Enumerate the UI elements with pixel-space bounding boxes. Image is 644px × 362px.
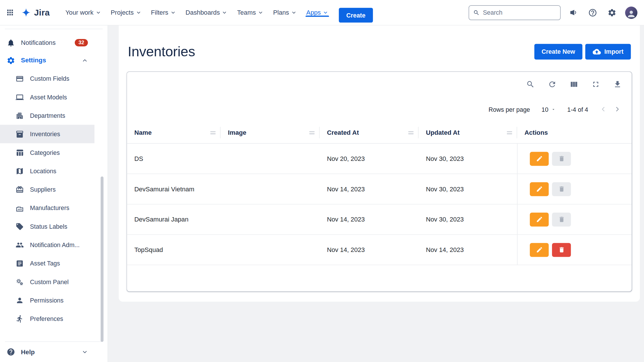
column-resize-handle[interactable]: [309, 131, 315, 134]
table-toolbar: [127, 72, 632, 97]
trash-icon: [558, 186, 565, 192]
main-content: Inventories Create New Import: [108, 26, 644, 362]
notifications-badge: 32: [75, 39, 88, 46]
sidebar-item-status-labels[interactable]: Status Labels: [0, 217, 95, 236]
edit-button[interactable]: [530, 212, 549, 226]
sidebar-item-asset-models[interactable]: Asset Models: [0, 88, 95, 106]
nav-your-work[interactable]: Your work: [60, 9, 106, 16]
cell-image: [221, 174, 319, 204]
table-row: DevSamurai Vietnam Nov 14, 2023 Nov 30, …: [127, 174, 632, 205]
delete-button[interactable]: [552, 212, 571, 226]
column-header-name[interactable]: Name: [127, 122, 221, 143]
sidebar-item-custom-fields[interactable]: Custom Fields: [0, 69, 95, 88]
search-icon: [526, 80, 535, 88]
chevron-down-icon: [258, 10, 263, 15]
edit-button[interactable]: [530, 152, 549, 166]
sidebar-item-asset-tags[interactable]: Asset Tags: [0, 254, 95, 272]
nav-dashboards[interactable]: Dashboards: [181, 9, 232, 16]
bell-icon: [7, 38, 15, 47]
pencil-icon: [536, 155, 543, 162]
jira-logo[interactable]: Jira: [21, 7, 50, 18]
column-header-created-at[interactable]: Created At: [319, 122, 418, 143]
sidebar-item-inventories[interactable]: Inventories: [0, 125, 95, 143]
import-button[interactable]: Import: [585, 44, 631, 59]
column-resize-handle[interactable]: [507, 131, 512, 134]
user-avatar[interactable]: [625, 6, 637, 19]
global-search[interactable]: [469, 5, 561, 20]
sidebar-item-notifications[interactable]: Notifications 32: [0, 34, 95, 51]
table-icon: [16, 148, 24, 157]
search-input[interactable]: [483, 9, 556, 16]
factory-icon: [16, 204, 24, 212]
rows-per-page-select[interactable]: 10: [541, 106, 556, 113]
column-resize-handle[interactable]: [210, 131, 216, 134]
cell-name: DS: [127, 144, 221, 174]
delete-button[interactable]: [552, 182, 571, 196]
table-row: DS Nov 20, 2023 Nov 30, 2023: [127, 144, 632, 174]
column-resize-handle[interactable]: [408, 131, 414, 134]
sidebar-item-settings[interactable]: Settings: [0, 51, 95, 70]
inventories-card: Inventories Create New Import: [119, 26, 640, 302]
nav-plans[interactable]: Plans: [268, 9, 301, 16]
sidebar-item-help[interactable]: Help: [0, 342, 95, 362]
cell-image: [221, 144, 319, 174]
chevron-down-icon: [95, 10, 101, 15]
create-button[interactable]: Create: [339, 8, 373, 22]
nav-filters[interactable]: Filters: [146, 9, 181, 16]
jira-mark-icon: [21, 7, 31, 18]
pagination-range: 1-4 of 4: [567, 106, 588, 113]
sidebar-item-notification-admin[interactable]: Notification Adm...: [0, 236, 95, 254]
cell-name: DevSamurai Japan: [127, 204, 221, 234]
nav-apps[interactable]: Apps: [301, 9, 333, 16]
previous-page-button[interactable]: [600, 105, 607, 113]
table-search-button[interactable]: [524, 78, 536, 90]
delete-button[interactable]: [552, 152, 571, 166]
sidebar-item-locations[interactable]: Locations: [0, 162, 95, 180]
create-new-button[interactable]: Create New: [534, 44, 582, 59]
sidebar-item-departments[interactable]: Departments: [0, 106, 95, 125]
document-icon: [16, 259, 24, 267]
table-row: DevSamurai Japan Nov 14, 2023 Nov 30, 20…: [127, 204, 632, 235]
nav-teams[interactable]: Teams: [232, 9, 268, 16]
inventory-box-icon: [16, 130, 24, 138]
app-switcher-button[interactable]: [4, 7, 16, 18]
refresh-icon: [548, 80, 557, 88]
custom-fields-icon: [16, 74, 24, 83]
edit-button[interactable]: [530, 243, 549, 257]
chevron-up-icon: [82, 57, 88, 63]
trash-icon: [558, 246, 565, 253]
settings-button[interactable]: [606, 6, 618, 19]
cell-created-at: Nov 14, 2023: [319, 174, 418, 204]
table-refresh-button[interactable]: [546, 78, 558, 90]
table-columns-button[interactable]: [568, 78, 580, 90]
settings-label: Settings: [21, 57, 46, 64]
edit-button[interactable]: [530, 182, 549, 196]
sidebar-item-manufacturers[interactable]: Manufacturers: [0, 199, 95, 217]
sidebar: Notifications 32 Settings Custom Fields …: [0, 26, 108, 362]
gift-icon: [16, 185, 24, 194]
delete-button[interactable]: [552, 243, 571, 257]
column-header-updated-at[interactable]: Updated At: [419, 122, 517, 143]
table-header-row: Name Image Created At Updated At: [127, 122, 632, 144]
chevron-down-icon: [170, 10, 176, 15]
help-label: Help: [21, 348, 35, 356]
help-button[interactable]: [586, 6, 599, 19]
table-fullscreen-button[interactable]: [590, 78, 601, 90]
sidebar-scrollbar[interactable]: [101, 176, 103, 342]
announcements-button[interactable]: [568, 7, 579, 18]
gears-icon: [16, 278, 24, 286]
download-icon: [613, 80, 622, 88]
cell-image: [221, 235, 319, 265]
sidebar-item-categories[interactable]: Categories: [0, 143, 95, 162]
megaphone-icon: [569, 8, 578, 17]
chevron-down-icon: [82, 349, 88, 355]
sidebar-item-permissions[interactable]: Permissions: [0, 291, 95, 309]
sidebar-item-suppliers[interactable]: Suppliers: [0, 180, 95, 199]
next-page-button[interactable]: [614, 105, 621, 113]
column-header-actions: Actions: [517, 122, 632, 143]
column-header-image[interactable]: Image: [221, 122, 319, 143]
table-download-button[interactable]: [612, 78, 623, 90]
sidebar-item-custom-panel[interactable]: Custom Panel: [0, 273, 95, 291]
nav-projects[interactable]: Projects: [106, 9, 146, 16]
sidebar-item-preferences[interactable]: Preferences: [0, 309, 95, 328]
